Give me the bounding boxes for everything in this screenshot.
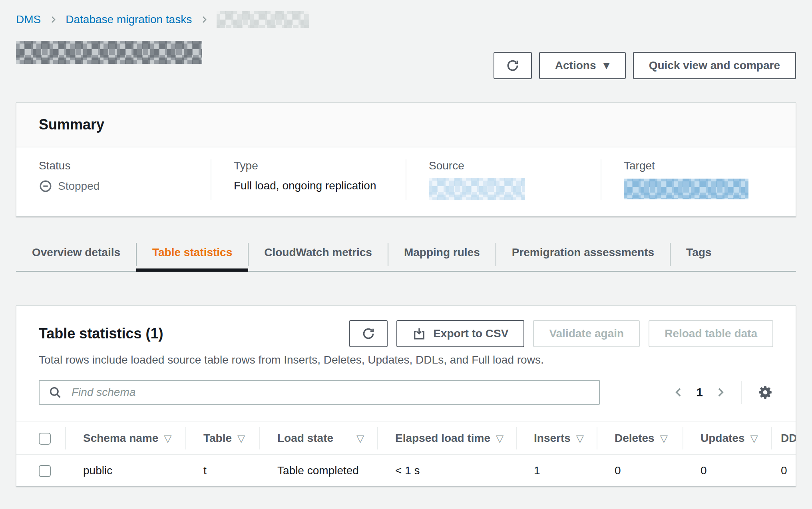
column-header-elapsed-load-time[interactable]: Elapsed load time▽	[377, 422, 516, 455]
quick-view-label: Quick view and compare	[649, 59, 780, 72]
sort-icon: ▽	[237, 433, 245, 444]
page-title-redacted	[16, 41, 202, 64]
target-label: Target	[624, 159, 784, 172]
export-to-csv-button[interactable]: Export to CSV	[396, 320, 524, 347]
validate-again-label: Validate again	[549, 327, 624, 340]
row-checkbox[interactable]	[39, 465, 51, 477]
page-header: Actions ▼ Quick view and compare	[16, 40, 796, 80]
select-all-checkbox[interactable]	[39, 433, 51, 445]
summary-field-target: Target	[601, 159, 796, 200]
cell-elapsed-load-time: < 1 s	[377, 455, 516, 486]
breadcrumb-link-tasks[interactable]: Database migration tasks	[66, 13, 192, 26]
cell-inserts: 1	[516, 455, 597, 486]
actions-button[interactable]: Actions ▼	[539, 52, 626, 79]
breadcrumb: DMS Database migration tasks	[16, 11, 796, 28]
target-link-redacted[interactable]	[624, 179, 748, 199]
quick-view-compare-button[interactable]: Quick view and compare	[633, 52, 796, 79]
breadcrumb-current-redacted	[217, 11, 309, 28]
summary-field-type: Type Full load, ongoing replication	[211, 159, 406, 200]
reload-table-data-button[interactable]: Reload table data	[649, 320, 773, 347]
source-label: Source	[429, 159, 589, 172]
export-to-csv-label: Export to CSV	[433, 327, 508, 340]
pagination: 1	[673, 381, 773, 404]
schema-search	[39, 380, 600, 405]
tab-table-statistics[interactable]: Table statistics	[136, 241, 248, 271]
tab-premigration-assessments[interactable]: Premigration assessments	[496, 241, 670, 271]
tab-mapping-rules[interactable]: Mapping rules	[388, 241, 496, 271]
cell-updates: 0	[683, 455, 771, 486]
caret-down-icon: ▼	[603, 62, 610, 70]
stopped-icon	[39, 179, 52, 193]
table-statistics-actions: Export to CSV Validate again Reload tabl…	[349, 320, 773, 347]
column-header-table[interactable]: Table▽	[185, 422, 259, 455]
column-header-schema-name[interactable]: Schema name▽	[65, 422, 185, 455]
cell-deletes: 0	[597, 455, 683, 486]
table-statistics-title: Table statistics (1)	[39, 325, 163, 342]
cell-table: t	[185, 455, 259, 486]
column-header-load-state[interactable]: Load state▽	[259, 422, 377, 455]
sort-icon: ▽	[164, 433, 171, 444]
tab-overview-details[interactable]: Overview details	[16, 241, 136, 271]
table-row: public t Table completed < 1 s 1 0 0 0	[16, 455, 796, 486]
chevron-right-icon	[49, 15, 58, 24]
gear-icon	[757, 384, 773, 400]
current-page-number[interactable]: 1	[696, 386, 703, 399]
chevron-right-icon	[200, 15, 209, 24]
cell-ddls: 0	[771, 455, 796, 486]
table-statistics-description: Total rows include loaded source table r…	[16, 354, 796, 366]
dms-task-page: { "colors": { "accent_orange": "#ec7211"…	[0, 0, 812, 509]
cell-schema-name: public	[65, 455, 185, 486]
column-header-updates[interactable]: Updates▽	[683, 422, 771, 455]
sort-icon: ▽	[750, 433, 758, 444]
summary-card: Summary Status Stopped Type Full load, o…	[16, 102, 796, 217]
source-link-redacted[interactable]	[429, 178, 525, 200]
reload-table-data-label: Reload table data	[665, 327, 757, 340]
column-header-deletes[interactable]: Deletes▽	[597, 422, 683, 455]
summary-field-status: Status Stopped	[16, 159, 211, 200]
validate-again-button[interactable]: Validate again	[533, 320, 640, 347]
select-all-cell	[16, 422, 65, 455]
tab-tags[interactable]: Tags	[670, 241, 727, 271]
download-icon	[412, 327, 426, 340]
table-header-row: Schema name▽ Table▽ Load state▽ Elapsed …	[16, 422, 796, 455]
column-header-inserts[interactable]: Inserts▽	[516, 422, 597, 455]
refresh-button[interactable]	[494, 52, 532, 79]
breadcrumb-link-dms[interactable]: DMS	[16, 13, 41, 26]
type-value: Full load, ongoing replication	[234, 179, 376, 192]
tab-cloudwatch-metrics[interactable]: CloudWatch metrics	[248, 241, 388, 271]
schema-search-input[interactable]	[39, 380, 600, 405]
table-refresh-button[interactable]	[349, 320, 388, 347]
row-select-cell	[16, 455, 65, 486]
table-statistics-table: Schema name▽ Table▽ Load state▽ Elapsed …	[16, 422, 796, 486]
type-label: Type	[234, 159, 394, 172]
refresh-icon	[361, 326, 376, 341]
actions-button-label: Actions	[555, 59, 596, 72]
header-actions: Actions ▼ Quick view and compare	[494, 52, 796, 79]
task-detail-tabs: Overview details Table statistics CloudW…	[16, 241, 796, 272]
previous-page-button[interactable]	[673, 387, 684, 398]
summary-title: Summary	[39, 116, 773, 133]
sort-icon: ▽	[356, 433, 364, 444]
status-label: Status	[39, 159, 199, 172]
summary-field-source: Source	[406, 159, 601, 200]
column-header-ddls[interactable]: DDLs▽	[771, 422, 796, 455]
pager-divider	[741, 381, 742, 404]
table-statistics-card: Table statistics (1)	[16, 305, 796, 486]
refresh-icon	[505, 58, 520, 73]
sort-icon: ▽	[660, 433, 668, 444]
status-value: Stopped	[58, 180, 100, 193]
summary-card-header: Summary	[16, 103, 796, 147]
summary-grid: Status Stopped Type Full load, ongoing r…	[16, 147, 796, 216]
cell-load-state: Table completed	[259, 455, 377, 486]
preferences-gear-button[interactable]	[757, 384, 773, 400]
sort-icon: ▽	[496, 433, 504, 444]
sort-icon: ▽	[576, 433, 584, 444]
next-page-button[interactable]	[715, 387, 726, 398]
